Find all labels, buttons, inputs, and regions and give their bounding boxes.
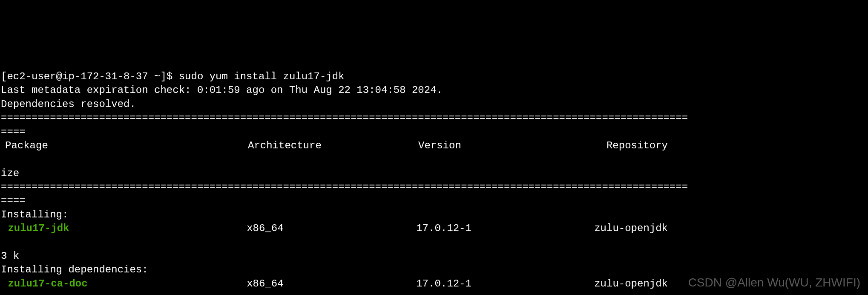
section-installing-deps: Installing dependencies: [1, 264, 148, 275]
header-arch: Architecture [248, 139, 418, 153]
separator-top: ========================================… [1, 112, 688, 124]
package-name: zulu17-jdk [8, 223, 69, 234]
separator-mid: ========================================… [1, 181, 688, 193]
separator-top-wrap: ==== [1, 126, 26, 138]
watermark-text: CSDN @Allen Wu(WU, ZHWIFI) [688, 275, 860, 291]
header-row: PackageArchitectureVersionRepository [1, 139, 868, 153]
header-repo: Repository [597, 139, 868, 153]
package-arch: x86_64 [247, 277, 416, 291]
separator-mid-wrap: ==== [1, 195, 26, 206]
header-package: Package [1, 139, 248, 153]
package-arch: x86_64 [247, 222, 416, 235]
header-version: Version [418, 139, 597, 153]
package-version: 17.0.12-1 [416, 222, 594, 235]
prompt-line: [ec2-user@ip-172-31-8-37 ~]$ sudo yum in… [1, 71, 345, 82]
package-repo: zulu-openjdk [594, 222, 868, 235]
table-row: zulu17-jdkx86_6417.0.12-1zulu-openjdk [1, 222, 868, 235]
package-size-frag: 3 k [1, 250, 19, 262]
prompt-command: sudo yum install zulu17-jdk [179, 71, 345, 82]
section-installing: Installing: [1, 209, 68, 220]
header-size-wrap: ize [1, 168, 19, 179]
prompt-user-host: [ec2-user@ip-172-31-8-37 ~]$ [1, 71, 179, 82]
terminal-output: [ec2-user@ip-172-31-8-37 ~]$ sudo yum in… [1, 56, 868, 295]
deps-resolved-line: Dependencies resolved. [1, 98, 136, 110]
package-name: zulu17-ca-doc [8, 278, 87, 289]
metadata-line: Last metadata expiration check: 0:01:59 … [1, 84, 443, 96]
package-version: 17.0.12-1 [416, 277, 594, 291]
